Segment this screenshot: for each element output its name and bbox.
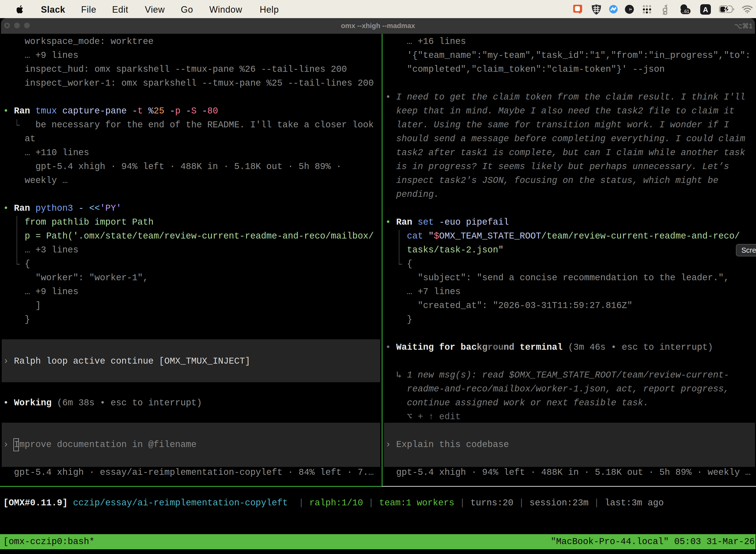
svg-text:..61: ..61 [682, 9, 689, 14]
